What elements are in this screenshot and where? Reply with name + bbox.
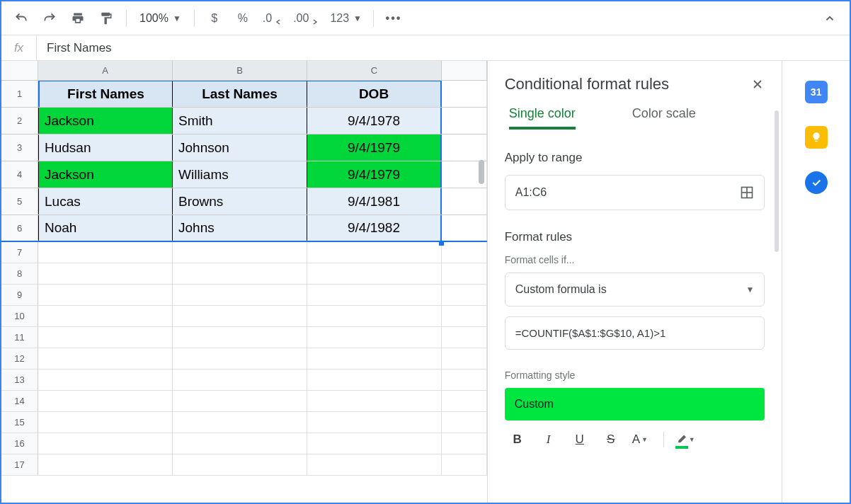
cell-c6[interactable]: 9/4/1982 — [307, 215, 442, 241]
cell-b2[interactable]: Smith — [173, 108, 307, 134]
collapse-toolbar-button[interactable] — [817, 6, 843, 31]
selection-handle[interactable] — [439, 241, 444, 246]
empty-cell[interactable] — [442, 391, 487, 411]
empty-cell[interactable] — [38, 433, 173, 454]
column-header-rest[interactable] — [442, 61, 487, 80]
cell-b3[interactable]: Johnson — [173, 134, 307, 161]
row-header[interactable]: 8 — [1, 263, 38, 284]
empty-cell[interactable] — [38, 348, 173, 369]
strikethrough-button[interactable]: S — [601, 433, 621, 447]
empty-cell[interactable] — [442, 242, 487, 263]
empty-cell[interactable] — [173, 263, 307, 284]
text-color-button[interactable]: A▼ — [632, 433, 652, 447]
paint-format-button[interactable] — [93, 6, 119, 31]
cell-c1[interactable]: DOB — [307, 81, 442, 107]
empty-cell[interactable] — [442, 348, 487, 369]
cell-c5[interactable]: 9/4/1981 — [307, 188, 442, 214]
empty-cell[interactable] — [442, 370, 487, 390]
empty-cell[interactable] — [307, 391, 442, 411]
empty-cell[interactable] — [38, 412, 173, 433]
empty-cell[interactable] — [307, 370, 442, 390]
row-header[interactable]: 5 — [1, 188, 38, 214]
italic-button[interactable]: I — [539, 433, 559, 447]
empty-cell[interactable] — [173, 412, 307, 433]
empty-cell[interactable] — [442, 134, 487, 161]
select-all-corner[interactable] — [1, 61, 38, 80]
empty-cell[interactable] — [173, 306, 307, 326]
empty-cell[interactable] — [442, 81, 487, 107]
tasks-icon[interactable] — [805, 171, 828, 194]
print-button[interactable] — [65, 6, 91, 31]
empty-cell[interactable] — [442, 285, 487, 305]
panel-scrollbar[interactable] — [775, 110, 779, 252]
empty-cell[interactable] — [38, 285, 173, 305]
empty-cell[interactable] — [307, 348, 442, 369]
cell-b1[interactable]: Last Names — [173, 81, 307, 107]
cell-a1[interactable]: First Names — [38, 81, 173, 107]
empty-cell[interactable] — [442, 263, 487, 284]
cell-c2[interactable]: 9/4/1978 — [307, 108, 442, 134]
cell-a5[interactable]: Lucas — [38, 188, 173, 214]
empty-cell[interactable] — [442, 108, 487, 134]
row-header[interactable]: 7 — [1, 242, 38, 263]
calendar-icon[interactable]: 31 — [805, 81, 828, 103]
empty-cell[interactable] — [307, 242, 442, 263]
empty-cell[interactable] — [38, 242, 173, 263]
row-header[interactable]: 16 — [1, 433, 38, 454]
row-header[interactable]: 10 — [1, 306, 38, 326]
empty-cell[interactable] — [307, 454, 442, 475]
row-header[interactable]: 6 — [1, 215, 38, 241]
empty-cell[interactable] — [442, 412, 487, 433]
empty-cell[interactable] — [442, 327, 487, 348]
formula-input[interactable]: =COUNTIF($A$1:$G$10, A1)>1 — [505, 316, 765, 350]
empty-cell[interactable] — [173, 285, 307, 305]
empty-cell[interactable] — [173, 391, 307, 411]
range-input[interactable]: A1:C6 — [505, 175, 765, 210]
tab-color-scale[interactable]: Color scale — [632, 106, 696, 130]
empty-cell[interactable] — [442, 306, 487, 326]
empty-cell[interactable] — [442, 188, 487, 214]
empty-cell[interactable] — [442, 433, 487, 454]
currency-button[interactable]: $ — [202, 6, 227, 31]
row-header[interactable]: 14 — [1, 391, 38, 411]
empty-cell[interactable] — [173, 327, 307, 348]
increase-decimal-button[interactable]: .00 — [289, 12, 323, 25]
column-header-a[interactable]: A — [38, 61, 173, 80]
empty-cell[interactable] — [307, 263, 442, 284]
row-header[interactable]: 1 — [1, 81, 38, 107]
column-header-c[interactable]: C — [307, 61, 442, 80]
percent-button[interactable]: % — [230, 6, 256, 31]
cell-a3[interactable]: Hudsan — [38, 134, 173, 161]
cell-a2[interactable]: Jackson — [38, 108, 173, 134]
cell-b6[interactable]: Johns — [173, 215, 307, 241]
empty-cell[interactable] — [307, 433, 442, 454]
bold-button[interactable]: B — [508, 433, 527, 447]
more-button[interactable]: ••• — [381, 6, 406, 31]
row-header[interactable]: 2 — [1, 108, 38, 134]
tab-single-color[interactable]: Single color — [509, 106, 576, 130]
style-preview[interactable]: Custom — [505, 388, 765, 420]
grid-icon[interactable] — [740, 185, 754, 200]
formula-input[interactable]: First Names — [37, 41, 850, 55]
number-format-button[interactable]: 123 ▼ — [326, 12, 366, 25]
empty-cell[interactable] — [173, 348, 307, 369]
empty-cell[interactable] — [307, 285, 442, 305]
row-header[interactable]: 13 — [1, 370, 38, 390]
row-header[interactable]: 3 — [1, 134, 38, 161]
zoom-selector[interactable]: 100% ▼ — [134, 12, 187, 25]
empty-cell[interactable] — [38, 391, 173, 411]
column-header-b[interactable]: B — [173, 61, 307, 80]
row-header[interactable]: 9 — [1, 285, 38, 305]
undo-button[interactable] — [8, 6, 34, 31]
cell-c3[interactable]: 9/4/1979 — [307, 134, 442, 161]
empty-cell[interactable] — [173, 370, 307, 390]
decrease-decimal-button[interactable]: .0 — [258, 12, 286, 25]
condition-select[interactable]: Custom formula is ▼ — [505, 273, 765, 307]
cell-c4[interactable]: 9/4/1979 — [307, 161, 442, 188]
empty-cell[interactable] — [173, 242, 307, 263]
empty-cell[interactable] — [307, 306, 442, 326]
empty-cell[interactable] — [38, 306, 173, 326]
row-header[interactable]: 15 — [1, 412, 38, 433]
empty-cell[interactable] — [38, 327, 173, 348]
cell-b5[interactable]: Browns — [173, 188, 307, 214]
